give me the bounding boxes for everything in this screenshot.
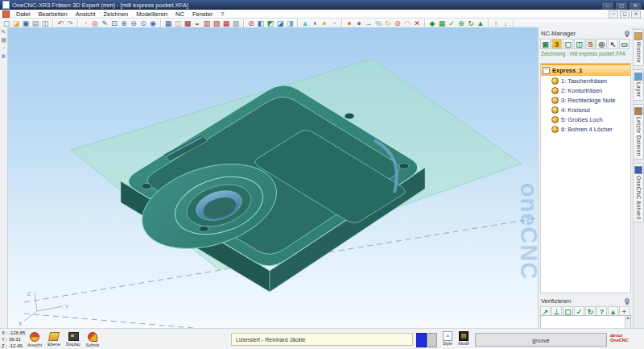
button-label: Style — [443, 341, 452, 346]
schnitt-button[interactable]: Schnitt — [84, 332, 101, 347]
tree-item-kreisnut[interactable]: 4: Kreisnut — [541, 105, 630, 114]
tree-item-taschenfraesen[interactable]: 1: Taschenfräsen — [541, 76, 630, 85]
nc-report-icon[interactable]: ◫ — [574, 39, 584, 49]
coord-y: Y : 39.31 — [2, 337, 25, 343]
coordinate-readout: X : -126.85 Y : 39.31 Z : -12.49 — [2, 330, 25, 349]
plane-icon — [48, 332, 60, 341]
menu-item-hilfe[interactable]: ? — [217, 10, 228, 19]
nc-find-icon[interactable]: ◎ — [597, 39, 607, 49]
tab-label: Historie — [636, 42, 642, 63]
operation-icon — [551, 116, 559, 123]
menu-item-modellieren[interactable]: Modellieren — [132, 10, 171, 19]
operation-icon — [551, 87, 559, 94]
side-tab-strip: Historie Layer Letzte Dateien OneCNC Akt… — [633, 27, 644, 328]
snap-icon[interactable]: ◔ — [0, 44, 7, 52]
scroll-up-icon[interactable] — [626, 317, 630, 319]
collapse-icon[interactable]: − — [543, 67, 550, 74]
viewport[interactable]: Z Y X oneCNC — [8, 27, 538, 328]
mdi-restore-button[interactable]: ▢ — [620, 10, 630, 19]
tab-historie[interactable]: Historie — [634, 29, 644, 66]
drill-hole[interactable] — [142, 183, 151, 189]
operation-icon — [551, 106, 559, 114]
magnify-icon[interactable]: ⊕ — [0, 52, 7, 60]
mdi-minimize-button[interactable]: ─ — [609, 10, 618, 19]
tab-layer[interactable]: Layer — [634, 69, 644, 101]
command-input[interactable]: groove — [475, 333, 607, 347]
tab-label: Letzte Dateien — [636, 117, 642, 156]
3d-canvas[interactable]: Z Y X — [8, 27, 538, 328]
toolbar-separator — [341, 19, 342, 27]
tree-item-konturfraesen[interactable]: 2: Konturfräsen — [541, 85, 630, 95]
button-label: Display — [66, 342, 80, 347]
color-swatch-blue[interactable] — [416, 333, 427, 347]
menu-item-zeichnen[interactable]: Zeichnen — [99, 10, 132, 19]
drill-hole[interactable] — [399, 163, 409, 168]
menu-item-nc[interactable]: NC — [171, 10, 188, 19]
style-button[interactable]: ≡ Style — [440, 331, 456, 346]
ebene-button[interactable]: Ebene — [45, 332, 63, 347]
section-icon — [88, 332, 97, 342]
coord-x: X : -126.85 — [2, 330, 25, 337]
axis-label-z: Z — [27, 291, 31, 297]
tree-item-bohren-4-loecher[interactable]: 6: Bohren 4 Löcher — [541, 124, 630, 134]
nc-tree: − Express_1 1: Taschenfräsen 2: Konturfr… — [540, 63, 631, 293]
nc-select-icon[interactable]: ↖ — [608, 39, 618, 49]
left-toolbar: ✎▦◔⊕ — [0, 27, 8, 328]
title-bar: OneCNC-XR3 Fräsen 3D Expert (mm) - [mill… — [0, 0, 644, 10]
modif-button[interactable]: ▤ Modif — [456, 331, 472, 346]
toolbar-separator — [160, 19, 161, 27]
ansicht-button[interactable]: Ansicht — [26, 332, 43, 347]
nc-3d-mode-icon[interactable]: 3 — [551, 39, 562, 49]
status-bar: X : -126.85 Y : 39.31 Z : -12.49 Ansicht… — [0, 328, 644, 349]
pin-icon[interactable] — [625, 31, 630, 35]
tree-item-label: 6: Bohren 4 Löcher — [561, 126, 613, 133]
maximize-button[interactable]: ▢ — [615, 2, 628, 10]
button-label: Ebene — [47, 342, 60, 347]
tab-onecnc-aktuell[interactable]: OneCNC Aktuell — [634, 163, 644, 222]
close-button[interactable]: ✕ — [629, 2, 642, 10]
tree-item-rechteckige-nute[interactable]: 3: Rechteckige Nute — [541, 95, 630, 105]
operation-icon — [551, 97, 559, 104]
window-title: OneCNC-XR3 Fräsen 3D Expert (mm) - [mill… — [12, 2, 188, 9]
viewport-watermark: oneCNC — [513, 171, 538, 292]
nc-stock-icon[interactable]: ▢ — [563, 39, 573, 49]
pin-icon[interactable] — [625, 298, 630, 303]
line-style-icon: ≡ — [443, 331, 452, 341]
drill-hole[interactable] — [345, 113, 354, 118]
tab-letzte-dateien[interactable]: Letzte Dateien — [634, 104, 644, 160]
axis-label-x: X — [19, 321, 23, 326]
nc-manager-title: NC-Manager — [541, 30, 576, 37]
nc-manager-panel: NC-Manager ▣3▢◫S◎↖▭ Zeichnung : mill exp… — [538, 27, 633, 295]
mdi-close-button[interactable]: ✕ — [631, 10, 641, 19]
menu-item-bearbeiten[interactable]: Bearbeiten — [35, 10, 72, 19]
menu-item-datei[interactable]: Datei — [12, 10, 35, 19]
nc-screen-icon[interactable]: ▭ — [619, 39, 630, 49]
minimize-button[interactable]: ─ — [601, 2, 614, 10]
document-icon — [2, 10, 10, 18]
tree-item-grosses-loch[interactable]: 5: Großes Loch — [541, 114, 630, 124]
button-label: Schnitt — [86, 343, 100, 347]
nc-manager-toolbar: ▣3▢◫S◎↖▭ — [539, 38, 633, 50]
menu-item-ansicht[interactable]: Ansicht — [72, 10, 100, 19]
menu-item-fenster[interactable]: Fenster — [188, 10, 217, 19]
verify-title: Verifizieren — [541, 297, 571, 305]
menu-bar: Datei Bearbeiten Ansicht Zeichnen Modell… — [0, 10, 644, 19]
tree-root-express1[interactable]: − Express_1 — [541, 64, 630, 76]
display-button[interactable]: Display — [64, 332, 82, 347]
operation-icon — [551, 77, 559, 85]
tab-label: Layer — [636, 82, 642, 98]
modify-icon: ▤ — [459, 331, 469, 341]
about-onecnc-link[interactable]: about OneCNC — [610, 333, 629, 343]
sketch-icon[interactable]: ✎ — [0, 28, 7, 36]
coord-z: Z : -12.49 — [2, 343, 25, 349]
verify-panel: Verifizieren ↗⊥▢✓↻?▲+ — [538, 295, 633, 332]
historie-icon — [634, 32, 642, 40]
color-swatch-gray[interactable] — [427, 333, 437, 347]
nc-new-group-icon[interactable]: ▣ — [540, 39, 551, 49]
drill-hole[interactable] — [199, 226, 208, 231]
nc-post-s-icon[interactable]: S — [585, 39, 596, 49]
button-label: Ansicht — [27, 343, 42, 347]
grid-icon[interactable]: ▦ — [0, 36, 7, 44]
tree-root-label: Express_1 — [552, 67, 583, 74]
layer-icon — [634, 73, 642, 81]
